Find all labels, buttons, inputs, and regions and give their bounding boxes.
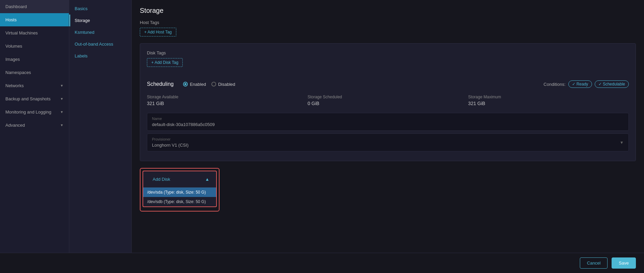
sidebar-item-label-monitoring: Monitoring and Logging — [5, 109, 51, 115]
save-button[interactable]: Save — [612, 257, 636, 269]
sidebar-chevron-networks: ▼ — [60, 84, 63, 88]
provisioner-field-group: Provisioner Longhorn V1 (CSI) ▼ — [147, 133, 629, 151]
sidebar-item-images[interactable]: Images — [0, 53, 69, 66]
sidebar-item-virtual-machines[interactable]: Virtual Machines — [0, 26, 69, 40]
page-title: Storage — [140, 7, 636, 15]
disabled-radio[interactable]: Disabled — [211, 82, 235, 87]
sidebar-item-label-namespaces: Namespaces — [5, 70, 31, 75]
sidebar-item-advanced[interactable]: Advanced▼ — [0, 119, 69, 132]
add-disk-chevron-button[interactable]: ▲ — [202, 175, 212, 183]
sidebar-item-label-advanced: Advanced — [5, 123, 25, 128]
provisioner-field-value: Longhorn V1 (CSI) — [152, 143, 188, 148]
stat-maximum-label: Storage Maximum — [468, 95, 629, 99]
disk-tags-label: Disk Tags — [147, 50, 629, 55]
stat-scheduled-label: Storage Scheduled — [308, 95, 468, 99]
add-disk-outer: Add Disk ▲ /dev/sda (Type: disk, Size: 5… — [140, 168, 220, 212]
sidebar-item-label-dashboard: Dashboard — [5, 4, 27, 9]
sub-navigation: BasicsStorageKsmtunedOut-of-band AccessL… — [69, 0, 132, 273]
dropdown-item-sda[interactable]: /dev/sda (Type: disk, Size: 50 G) — [143, 188, 216, 197]
schedulable-badge: ✓ Schedulable — [595, 80, 629, 88]
host-tags-section: Host Tags + Add Host Tag — [140, 20, 636, 43]
stat-available-value: 321 GiB — [147, 101, 308, 106]
sub-nav-item-labels[interactable]: Labels — [69, 50, 131, 62]
sidebar-item-hosts[interactable]: Hosts — [0, 13, 69, 26]
bottom-bar: Cancel Save — [0, 253, 644, 273]
storage-card: Disk Tags + Add Disk Tag Scheduling Enab… — [140, 43, 636, 161]
sidebar-item-label-virtual-machines: Virtual Machines — [5, 30, 38, 35]
ready-badge: ✓ Ready — [568, 80, 592, 88]
sidebar-item-label-images: Images — [5, 57, 20, 62]
provisioner-field-row: Provisioner Longhorn V1 (CSI) ▼ — [152, 137, 624, 148]
disabled-radio-dot — [211, 82, 216, 86]
enabled-radio[interactable]: Enabled — [183, 82, 206, 87]
stat-maximum-value: 321 GiB — [468, 101, 629, 106]
add-disk-tag-button[interactable]: + Add Disk Tag — [147, 58, 183, 67]
sidebar-chevron-monitoring: ▼ — [60, 110, 63, 114]
provisioner-chevron-icon: ▼ — [620, 140, 624, 145]
add-disk-dropdown: Add Disk ▲ /dev/sda (Type: disk, Size: 5… — [143, 171, 217, 207]
enabled-radio-dot — [183, 82, 188, 86]
sidebar-item-label-networks: Networks — [5, 83, 24, 88]
stat-available: Storage Available 321 GiB — [147, 95, 308, 106]
storage-stats: Storage Available 321 GiB Storage Schedu… — [147, 95, 629, 106]
disabled-label: Disabled — [218, 82, 235, 87]
sidebar-item-networks[interactable]: Networks▼ — [0, 79, 69, 92]
scheduling-row: Scheduling Enabled Disabled Conditions: — [147, 80, 629, 88]
disk-tags-section: Disk Tags + Add Disk Tag — [147, 50, 629, 74]
add-disk-dropdown-header: Add Disk ▲ — [143, 171, 216, 188]
sidebar-item-namespaces[interactable]: Namespaces — [0, 66, 69, 79]
add-disk-main-button[interactable]: Add Disk — [147, 174, 176, 184]
conditions-label: Conditions: — [544, 82, 566, 87]
stat-maximum: Storage Maximum 321 GiB — [468, 95, 629, 106]
dropdown-item-sdb[interactable]: /dev/sdb (Type: disk, Size: 50 G) — [143, 197, 216, 206]
add-disk-container: Add Disk ▲ /dev/sda (Type: disk, Size: 5… — [143, 171, 217, 208]
stat-scheduled: Storage Scheduled 0 GiB — [308, 95, 468, 106]
provisioner-field-label: Provisioner — [152, 137, 188, 141]
sidebar-item-label-backup-snapshots: Backup and Snapshots — [5, 96, 51, 101]
scheduling-title: Scheduling — [147, 81, 174, 87]
sidebar-item-backup-snapshots[interactable]: Backup and Snapshots▼ — [0, 92, 69, 105]
sidebar-item-label-hosts: Hosts — [5, 17, 17, 22]
name-field-value: default-disk-30a107886a5c0509 — [152, 122, 624, 127]
cancel-button[interactable]: Cancel — [580, 257, 608, 269]
scheduling-left: Scheduling Enabled Disabled — [147, 81, 235, 87]
name-field-group: Name default-disk-30a107886a5c0509 — [147, 113, 629, 131]
sub-nav-item-basics[interactable]: Basics — [69, 3, 131, 15]
name-field-label: Name — [152, 117, 624, 121]
stat-available-label: Storage Available — [147, 95, 308, 99]
add-host-tag-button[interactable]: + Add Host Tag — [140, 28, 176, 36]
sub-nav-item-out-of-band[interactable]: Out-of-band Access — [69, 38, 131, 50]
sidebar-item-monitoring[interactable]: Monitoring and Logging▼ — [0, 105, 69, 119]
conditions-area: Conditions: ✓ Ready ✓ Schedulable — [544, 80, 629, 88]
sidebar: DashboardHostsVirtual MachinesVolumesIma… — [0, 0, 69, 273]
enabled-label: Enabled — [190, 82, 206, 87]
sidebar-item-dashboard[interactable]: Dashboard — [0, 0, 69, 13]
stat-scheduled-value: 0 GiB — [308, 101, 468, 106]
host-tags-label: Host Tags — [140, 20, 636, 25]
radio-group: Enabled Disabled — [183, 82, 235, 87]
sub-nav-item-ksmtuned[interactable]: Ksmtuned — [69, 26, 131, 38]
main-content: Storage Host Tags + Add Host Tag Disk Ta… — [132, 0, 644, 273]
sub-nav-item-storage[interactable]: Storage — [69, 15, 131, 26]
sidebar-chevron-advanced: ▼ — [60, 123, 63, 127]
sidebar-item-label-volumes: Volumes — [5, 44, 22, 49]
sidebar-chevron-backup-snapshots: ▼ — [60, 97, 63, 101]
sidebar-item-volumes[interactable]: Volumes — [0, 40, 69, 53]
